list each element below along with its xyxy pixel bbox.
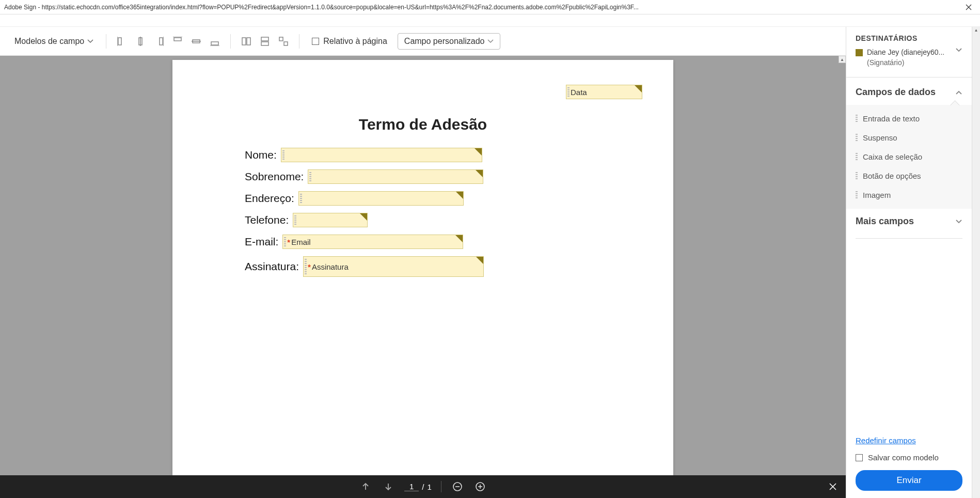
data-fields-body: Entrada de texto Suspenso Caixa de seleç… — [846, 105, 972, 209]
field-type-label: Entrada de texto — [863, 114, 920, 123]
align-top-icon — [173, 37, 182, 46]
document-title: Termo de Adesão — [245, 116, 601, 133]
sidebar-divider — [856, 238, 962, 239]
zoom-out-button[interactable] — [451, 480, 464, 493]
recipient-item[interactable]: Diane Jey (dianejey60... (Signatário) — [856, 48, 962, 68]
form-row-nome: Nome: — [245, 148, 601, 162]
total-pages: 1 — [427, 483, 431, 491]
endereco-label: Endereço: — [245, 192, 294, 205]
toolbar: Modelos de campo Relativo à página Campo… — [0, 27, 846, 56]
align-middle-v-button[interactable] — [189, 34, 203, 49]
zoom-in-button[interactable] — [473, 480, 487, 493]
svg-rect-14 — [261, 37, 268, 41]
page-separator: / — [422, 483, 424, 491]
outer-scrollbar[interactable]: ▲ — [972, 27, 980, 498]
nome-field[interactable] — [281, 148, 482, 162]
align-top-button[interactable] — [170, 34, 185, 49]
sidebar-divider — [846, 77, 972, 77]
zoom-out-icon — [452, 481, 463, 492]
same-size-icon — [279, 37, 288, 46]
drag-handle-icon — [282, 150, 284, 160]
drag-handle-icon — [294, 215, 296, 225]
more-fields-accordion[interactable]: Mais campos — [846, 209, 972, 234]
checkbox-icon — [312, 38, 319, 45]
field-corner-icon — [455, 235, 463, 242]
arrow-down-icon — [384, 482, 393, 491]
same-width-button[interactable] — [239, 34, 254, 49]
telefone-label: Telefone: — [245, 214, 289, 226]
telefone-field[interactable] — [293, 213, 368, 227]
endereco-field[interactable] — [298, 191, 464, 206]
field-templates-dropdown[interactable]: Modelos de campo — [10, 35, 98, 48]
required-star-icon: * — [308, 262, 311, 271]
drag-handle-icon — [856, 153, 858, 161]
recipients-section: DESTINATÁRIOS Diane Jey (dianejey60... (… — [846, 27, 972, 75]
assinatura-field-text: Assinatura — [312, 262, 349, 271]
field-corner-icon — [476, 257, 483, 264]
pager-bar: / 1 — [0, 475, 846, 498]
same-height-button[interactable] — [258, 34, 272, 49]
align-right-icon — [154, 37, 164, 46]
align-center-h-button[interactable] — [133, 34, 148, 49]
field-type-image[interactable]: Imagem — [846, 185, 972, 205]
save-as-template-toggle[interactable]: Salvar como modelo — [856, 453, 962, 462]
current-page-input[interactable] — [404, 482, 419, 491]
form-row-assinatura: Assinatura: * Assinatura — [245, 256, 601, 277]
scroll-up-button[interactable]: ▲ — [839, 56, 846, 63]
field-corner-icon — [456, 192, 463, 199]
assinatura-field[interactable]: * Assinatura — [303, 256, 484, 277]
same-width-icon — [242, 37, 251, 46]
date-field[interactable]: Data — [566, 85, 642, 99]
form-row-sobrenome: Sobrenome: — [245, 169, 601, 184]
recipient-color-swatch — [856, 49, 863, 56]
align-right-button[interactable] — [152, 34, 166, 49]
align-left-icon — [117, 37, 127, 46]
form-row-telefone: Telefone: — [245, 213, 601, 227]
field-corner-icon — [360, 213, 367, 221]
field-type-text[interactable]: Entrada de texto — [846, 109, 972, 128]
field-type-label: Botão de opções — [863, 172, 921, 180]
custom-field-dropdown[interactable]: Campo personalizado — [398, 33, 501, 50]
drag-handle-icon — [567, 87, 570, 97]
field-type-checkbox[interactable]: Caixa de seleção — [846, 147, 972, 166]
close-icon — [829, 483, 836, 490]
svg-rect-13 — [247, 38, 250, 45]
arrow-up-icon — [361, 482, 370, 491]
svg-rect-17 — [284, 42, 288, 45]
recipient-role: (Signatário) — [867, 58, 951, 68]
svg-rect-6 — [174, 38, 181, 41]
blank-strip — [0, 14, 980, 27]
nome-label: Nome: — [245, 149, 277, 161]
more-fields-heading: Mais campos — [856, 216, 914, 227]
field-type-dropdown[interactable]: Suspenso — [846, 128, 972, 147]
same-size-button[interactable] — [276, 34, 291, 49]
pager-close-button[interactable] — [829, 483, 836, 490]
align-left-button[interactable] — [115, 34, 129, 49]
next-page-button[interactable] — [382, 480, 395, 493]
data-fields-accordion[interactable]: Campos de dados — [846, 80, 972, 105]
document-canvas[interactable]: ▲ Data Termo de Adesão Nome: — [0, 56, 846, 475]
window-title: Adobe Sign - https://static.echocdn.com/… — [4, 4, 961, 11]
close-icon — [966, 4, 972, 10]
sidebar-footer: Redefinir campos Salvar como modelo Envi… — [846, 429, 972, 498]
drag-handle-icon — [305, 259, 307, 274]
svg-rect-15 — [261, 42, 268, 45]
drag-handle-icon — [856, 115, 858, 123]
email-field[interactable]: * Email — [282, 235, 463, 249]
field-type-label: Suspenso — [863, 133, 897, 142]
svg-rect-16 — [279, 37, 283, 41]
reset-fields-link[interactable]: Redefinir campos — [856, 436, 916, 445]
window-close-button[interactable] — [961, 2, 976, 13]
required-star-icon: * — [287, 238, 290, 246]
relative-to-page-toggle[interactable]: Relativo à página — [312, 37, 387, 46]
email-label: E-mail: — [245, 236, 278, 248]
sobrenome-field[interactable] — [308, 169, 483, 184]
send-button[interactable]: Enviar — [856, 470, 962, 491]
email-field-text: Email — [291, 238, 311, 246]
svg-rect-10 — [211, 42, 218, 45]
field-type-label: Imagem — [863, 191, 891, 199]
checkbox-icon — [856, 454, 863, 461]
field-type-radio[interactable]: Botão de opções — [846, 166, 972, 185]
align-bottom-button[interactable] — [208, 34, 222, 49]
prev-page-button[interactable] — [359, 480, 372, 493]
